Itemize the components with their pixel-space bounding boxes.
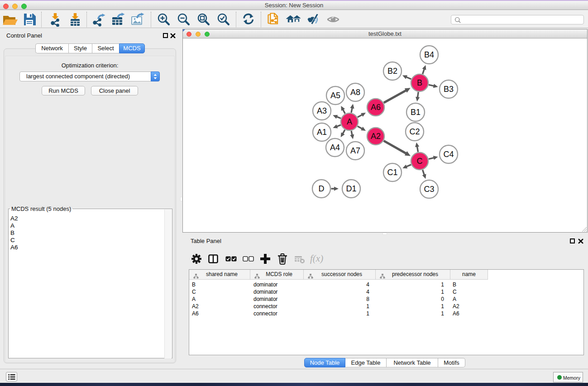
svg-text:B2: B2 xyxy=(387,67,397,76)
svg-text:C2: C2 xyxy=(409,127,420,136)
svg-text:B: B xyxy=(417,78,422,87)
svg-text:A1: A1 xyxy=(317,128,327,137)
svg-text:A4: A4 xyxy=(330,143,340,152)
svg-text:C: C xyxy=(417,157,423,166)
svg-text:A8: A8 xyxy=(350,88,360,97)
svg-text:D1: D1 xyxy=(346,184,356,193)
svg-text:A6: A6 xyxy=(371,103,381,112)
svg-text:A7: A7 xyxy=(350,146,360,155)
svg-text:A: A xyxy=(347,117,352,126)
svg-text:A5: A5 xyxy=(330,91,340,100)
svg-text:B4: B4 xyxy=(424,50,434,59)
svg-text:C4: C4 xyxy=(443,150,454,159)
svg-text:D: D xyxy=(319,184,325,193)
svg-text:C3: C3 xyxy=(424,185,434,194)
svg-text:B3: B3 xyxy=(444,85,454,94)
svg-text:B1: B1 xyxy=(411,108,421,117)
svg-text:A3: A3 xyxy=(317,106,327,115)
svg-text:C1: C1 xyxy=(387,168,397,177)
svg-text:A2: A2 xyxy=(371,132,381,141)
